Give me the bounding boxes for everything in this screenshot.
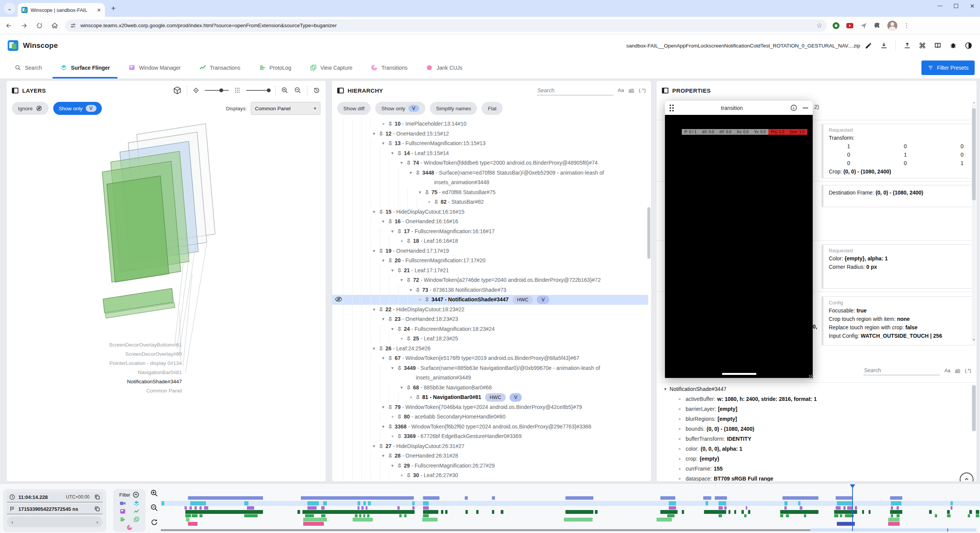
layer-label[interactable]: PointerLocation - display 0#134	[56, 359, 182, 368]
window-maximize-icon[interactable]	[954, 4, 958, 8]
rotation-slider[interactable]	[205, 90, 229, 91]
overlay-title-bar[interactable]: transition	[665, 101, 813, 115]
hierarchy-row[interactable]: ▾3449 - Surface(name=885b63e NavigationB…	[332, 363, 648, 383]
profile-avatar[interactable]	[887, 21, 897, 31]
hierarchy-row[interactable]: ▾16 - OneHanded:16:16#16	[332, 217, 648, 227]
tab-search-button[interactable]: ⌄	[4, 3, 15, 14]
hierarchy-row[interactable]: 30 - Leaf:26:27#30	[332, 471, 648, 481]
property-row[interactable]: blurRegions:[empty]	[657, 414, 973, 424]
transactions-icon[interactable]	[133, 508, 140, 515]
regex-icon[interactable]: (.*)	[639, 88, 646, 93]
timeline-hscrollbar[interactable]: ‹›	[7, 517, 103, 527]
filter-presets-button[interactable]: Filter Presets	[921, 60, 975, 75]
scrollbar-range[interactable]	[810, 528, 977, 531]
hierarchy-row[interactable]: ▾75 - ed70f88 StatusBar#75	[332, 188, 648, 198]
hierarchy-row[interactable]: ▾68 - 885b63e NavigationBar0#68	[332, 383, 648, 393]
displays-select[interactable]: Common Panel▾	[251, 102, 320, 115]
hierarchy-row[interactable]: ▾72 - WindowToken{a2746de type=2040 andr…	[332, 275, 648, 285]
reset-view-icon[interactable]	[313, 87, 320, 94]
tab-transactions[interactable]: Transactions	[190, 57, 250, 78]
hierarchy-row[interactable]: ▾20 - FullscreenMagnification:17:17#20	[332, 256, 648, 266]
edit-icon[interactable]	[865, 42, 872, 49]
hierarchy-row[interactable]: 18 - Leaf:16:16#18	[332, 236, 648, 246]
hierarchy-row[interactable]: ▾21 - Leaf:17:17#21	[332, 266, 648, 276]
transitions-icon[interactable]	[126, 524, 133, 531]
property-row[interactable]: activeBuffer:w: 1080, h: 2400, stride: 2…	[657, 394, 973, 404]
timeline-refresh-icon[interactable]	[150, 518, 158, 526]
tab-jank-cujs[interactable]: Jank CUJs	[416, 57, 472, 78]
property-row[interactable]: bounds:(0, 0) - (1080, 2400)	[657, 424, 973, 434]
home-icon[interactable]	[50, 21, 60, 31]
minimize-overlay-icon[interactable]	[803, 108, 808, 108]
layers-3d-view[interactable]: ScreenDecorOverlayBottom#61ScreenDecorOv…	[7, 119, 326, 481]
properties-scrollbar[interactable]	[972, 108, 976, 200]
hierarchy-row[interactable]: ▾23 - OneHanded:18:23#23	[332, 314, 648, 324]
match-word-icon[interactable]: ab	[955, 368, 960, 373]
report-bug-icon[interactable]	[949, 42, 957, 49]
hierarchy-row[interactable]: ▾24 - FullscreenMagnification:18:23#24	[332, 324, 648, 334]
hierarchy-row[interactable]: ▾3448 - Surface(name=ed70f88 StatusBar)/…	[332, 168, 648, 188]
tab-transitions[interactable]: Transitions	[361, 57, 416, 78]
scroll-down-icon[interactable]: ▼	[972, 338, 976, 342]
drag-handle-icon[interactable]	[670, 105, 674, 111]
hierarchy-scrollbar[interactable]	[647, 207, 650, 259]
layer-label[interactable]: ScreenDecorOverlayBottom#61	[56, 340, 182, 350]
match-word-icon[interactable]: ab	[629, 88, 634, 93]
timeline-cursor[interactable]	[852, 484, 853, 531]
hierarchy-row[interactable]: ▾12 - OneHanded:15:15#12	[332, 129, 648, 139]
tab-search[interactable]: Search	[5, 57, 51, 78]
hierarchy-row[interactable]: ▾17 - FullscreenMagnification:16:16#17	[332, 227, 648, 237]
hierarchy-row[interactable]: ▾3368 - WindowToken{f6b2f60 type=2024 an…	[332, 422, 648, 432]
match-case-icon[interactable]: Aa	[618, 88, 624, 93]
ignore-button[interactable]: Ignore	[12, 102, 49, 115]
layer-label[interactable]: NotificationShade#3447	[56, 377, 182, 386]
hierarchy-row[interactable]: ▾14 - Leaf:15:15#14	[332, 149, 648, 159]
bookmark-star-icon[interactable]: ☆	[817, 21, 822, 29]
resize-handle-icon[interactable]	[809, 375, 813, 379]
3d-view-icon[interactable]	[173, 86, 181, 95]
documentation-icon[interactable]	[934, 42, 942, 49]
property-row[interactable]: barrierLayer:[empty]	[657, 404, 973, 414]
properties-search-input[interactable]	[863, 366, 940, 375]
window-manager-icon[interactable]	[119, 508, 126, 515]
extension-red-icon[interactable]	[846, 22, 854, 29]
url-bar[interactable]: winscope.teams.x20web.corp.google.com/pr…	[65, 20, 827, 32]
timeline-zoom-out-icon[interactable]	[150, 504, 158, 512]
regex-icon[interactable]: (.*)	[965, 368, 971, 373]
transition-overlay-window[interactable]: transition P: 0 / 1dX: 0.0dY: 0.0Xv: 0.0…	[665, 101, 813, 378]
ns-time-field[interactable]: 1715339054227572545 ns	[7, 504, 103, 514]
hierarchy-row[interactable]: 82 - StatusBar#82	[332, 197, 648, 207]
hierarchy-row[interactable]: 10 - ImePlaceholder:13:14#10	[332, 119, 648, 129]
timeline-canvas[interactable]	[161, 484, 980, 533]
panel-icon[interactable]	[662, 88, 668, 93]
hierarchy-row[interactable]: ▾15 - HideDisplayCutout:16:16#15	[332, 207, 648, 217]
info-icon[interactable]	[790, 104, 797, 111]
hierarchy-row[interactable]: 3447 - NotificationShade#3447HWCV	[332, 295, 648, 305]
download-icon[interactable]	[880, 42, 888, 49]
shortcuts-icon[interactable]: ⌘	[919, 41, 926, 50]
hierarchy-row[interactable]: ▾73 - 8736138 NotificationShade#73	[332, 285, 648, 295]
surface-flinger-icon[interactable]	[133, 500, 140, 507]
kebab-menu-icon[interactable]: ⋮	[903, 22, 910, 29]
hierarchy-row[interactable]: 81 - NavigationBar0#81HWCV	[332, 392, 648, 402]
layer-label[interactable]: NavigationBar0#81	[56, 368, 182, 377]
hierarchy-row[interactable]: ▾27 - HideDisplayCutout:26:31#27	[332, 441, 648, 451]
hierarchy-row[interactable]: ▾29 - FullscreenMagnification:26:27#29	[332, 461, 648, 471]
protolog-icon[interactable]	[119, 516, 126, 523]
spacing-slider[interactable]	[246, 90, 270, 91]
property-row[interactable]: bufferTransform:IDENTITY	[657, 434, 973, 444]
tab-window-manager[interactable]: Window Manager	[119, 57, 190, 78]
layer-label[interactable]: ScreenDecorOverlay#60	[56, 350, 182, 359]
layer-label[interactable]: Common Panel	[56, 386, 182, 396]
properties-bottom-scrollbar[interactable]	[972, 385, 976, 431]
back-icon[interactable]	[4, 21, 14, 31]
zoom-in-icon[interactable]	[281, 87, 289, 94]
hierarchy-row[interactable]: ▾74 - WindowToken{fdddbe6 type=2000 andr…	[332, 158, 648, 168]
hierarchy-row[interactable]: 80 - ace6abb SecondaryHomeHandle0#80	[332, 412, 648, 422]
match-case-icon[interactable]: Aa	[944, 368, 950, 373]
copy-icon[interactable]	[94, 494, 100, 500]
forward-icon[interactable]	[19, 21, 29, 31]
window-minimize-icon[interactable]	[938, 6, 942, 7]
upload-icon[interactable]	[903, 42, 911, 49]
collapse-filter-icon[interactable]	[132, 491, 139, 498]
